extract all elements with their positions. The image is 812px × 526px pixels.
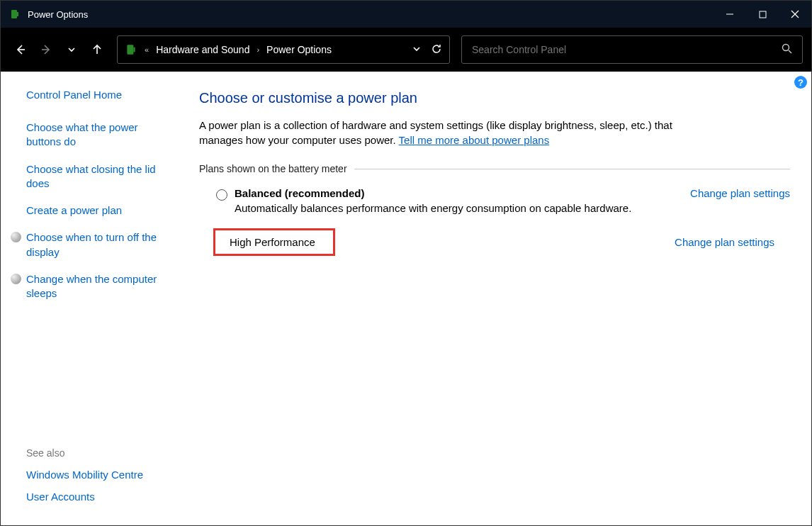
breadcrumb-parent[interactable]: Hardware and Sound xyxy=(156,44,249,55)
svg-rect-9 xyxy=(127,45,133,55)
plans-group-text: Plans shown on the battery meter xyxy=(199,163,347,174)
svg-rect-10 xyxy=(133,47,135,52)
highlighted-plan: High Performance xyxy=(213,228,335,256)
refresh-button[interactable] xyxy=(431,43,442,57)
page-description: A power plan is a collection of hardware… xyxy=(199,118,695,147)
location-icon xyxy=(125,43,137,56)
change-settings-balanced[interactable]: Change plan settings xyxy=(690,187,790,199)
control-panel-home-link[interactable]: Control Panel Home xyxy=(26,89,172,101)
see-also-header: See also xyxy=(26,447,172,459)
svg-point-11 xyxy=(783,45,789,51)
search-icon[interactable] xyxy=(782,43,792,56)
sidebar: Control Panel Home Choose what the power… xyxy=(1,72,185,525)
search-input[interactable] xyxy=(472,44,782,55)
main-panel: Choose or customise a power plan A power… xyxy=(185,72,811,525)
svg-rect-1 xyxy=(17,12,18,16)
forward-button[interactable] xyxy=(35,38,57,61)
radio-balanced[interactable] xyxy=(216,189,227,201)
address-bar[interactable]: « Hardware and Sound › Power Options xyxy=(117,35,450,64)
breadcrumb-current[interactable]: Power Options xyxy=(266,44,332,55)
maximize-button[interactable] xyxy=(746,1,779,28)
plan-balanced-desc: Automatically balances performance with … xyxy=(235,202,676,214)
plans-group-label: Plans shown on the battery meter xyxy=(199,163,790,174)
recent-dropdown[interactable] xyxy=(60,38,83,61)
app-icon xyxy=(9,9,21,20)
back-button[interactable] xyxy=(9,38,32,61)
plan-balanced-name[interactable]: Balanced (recommended) xyxy=(235,187,676,199)
sidebar-link-sleep[interactable]: Change when the computer sleeps xyxy=(26,272,172,301)
title-bar: Power Options xyxy=(1,1,811,28)
learn-more-link[interactable]: Tell me more about power plans xyxy=(399,134,550,146)
see-also-user-accounts[interactable]: User Accounts xyxy=(26,491,172,503)
plan-high-performance-row: High Performance Change plan settings xyxy=(199,228,790,256)
change-settings-high-performance[interactable]: Change plan settings xyxy=(675,236,774,248)
help-icon[interactable]: ? xyxy=(794,76,807,89)
chevron-right-icon: › xyxy=(254,45,262,54)
content-area: ? Control Panel Home Choose what the pow… xyxy=(1,72,811,525)
see-also-mobility[interactable]: Windows Mobility Centre xyxy=(26,469,172,481)
window-title: Power Options xyxy=(28,9,88,20)
toolbar: « Hardware and Sound › Power Options xyxy=(1,28,811,72)
divider xyxy=(354,169,790,169)
sidebar-link-display-off[interactable]: Choose when to turn off the display xyxy=(26,230,172,259)
up-button[interactable] xyxy=(86,38,108,61)
svg-line-12 xyxy=(789,50,791,53)
plan-high-performance-name[interactable]: High Performance xyxy=(230,236,315,248)
page-title: Choose or customise a power plan xyxy=(199,90,790,106)
address-dropdown[interactable] xyxy=(412,44,421,55)
breadcrumb-root-chevron[interactable]: « xyxy=(142,45,152,54)
close-button[interactable] xyxy=(779,1,811,28)
sidebar-link-power-buttons[interactable]: Choose what the power buttons do xyxy=(26,121,172,150)
svg-rect-3 xyxy=(760,11,766,18)
sidebar-link-lid[interactable]: Choose what closing the lid does xyxy=(26,162,172,191)
sidebar-link-create-plan[interactable]: Create a power plan xyxy=(26,203,172,218)
plan-balanced: Balanced (recommended) Automatically bal… xyxy=(199,187,790,214)
minimize-button[interactable] xyxy=(714,1,746,28)
svg-rect-0 xyxy=(11,10,17,18)
search-box[interactable] xyxy=(461,35,803,64)
